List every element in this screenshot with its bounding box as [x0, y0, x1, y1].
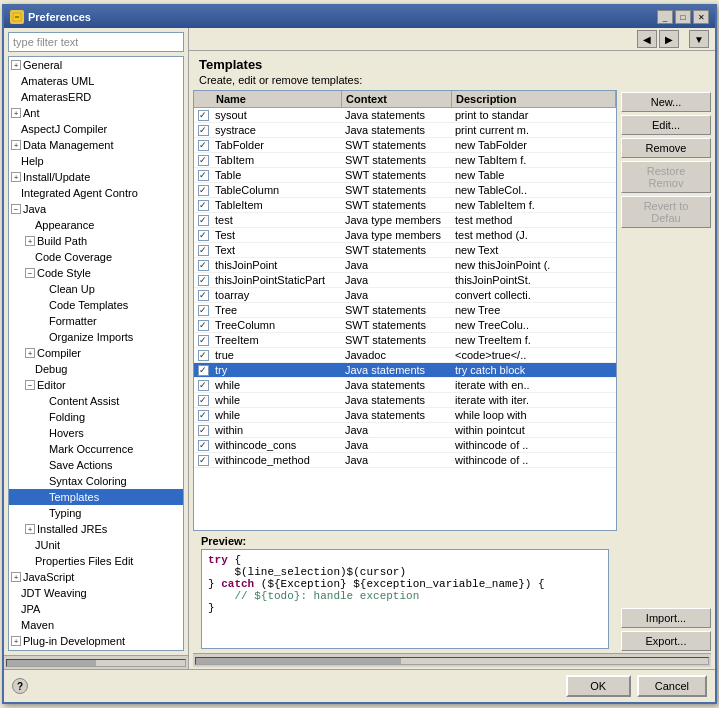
table-row[interactable]: ✓whileJava statementsiterate with en..	[194, 378, 616, 393]
tree-item-plugin-dev[interactable]: +Plug-in Development	[9, 633, 183, 649]
left-hscroll[interactable]	[4, 655, 188, 669]
table-row[interactable]: ✓TableItemSWT statementsnew TableItem f.	[194, 198, 616, 213]
remove-button[interactable]: Remove	[621, 138, 711, 158]
table-row[interactable]: ✓TreeSWT statementsnew Tree	[194, 303, 616, 318]
row-checkbox[interactable]: ✓	[194, 260, 212, 271]
tree-item-code-style[interactable]: −Code Style	[9, 265, 183, 281]
forward-button[interactable]: ▶	[659, 30, 679, 48]
tree-item-install-update[interactable]: +Install/Update	[9, 169, 183, 185]
expand-icon-install-update[interactable]: +	[11, 172, 21, 182]
tree-item-code-templates[interactable]: Code Templates	[9, 297, 183, 313]
tree-item-junit[interactable]: JUnit	[9, 537, 183, 553]
expand-icon-java[interactable]: −	[11, 204, 21, 214]
table-row[interactable]: ✓trueJavadoc<code>true</..	[194, 348, 616, 363]
tree-item-save-actions[interactable]: Save Actions	[9, 457, 183, 473]
row-checkbox[interactable]: ✓	[194, 245, 212, 256]
table-row[interactable]: ✓withinJavawithin pointcut	[194, 423, 616, 438]
table-scroll[interactable]: ✓sysoutJava statementsprint to standar✓s…	[194, 108, 616, 530]
row-checkbox[interactable]: ✓	[194, 305, 212, 316]
expand-icon-code-style[interactable]: −	[25, 268, 35, 278]
close-button[interactable]: ✕	[693, 10, 709, 24]
expand-icon-javascript[interactable]: +	[11, 572, 21, 582]
expand-icon-plugin-dev[interactable]: +	[11, 636, 21, 646]
expand-icon-ant[interactable]: +	[11, 108, 21, 118]
table-row[interactable]: ✓tryJava statementstry catch block	[194, 363, 616, 378]
tree-item-clean-up[interactable]: Clean Up	[9, 281, 183, 297]
cancel-button[interactable]: Cancel	[637, 675, 707, 697]
tree-item-build-path[interactable]: +Build Path	[9, 233, 183, 249]
tree-item-amateras-erd[interactable]: AmaterasERD	[9, 89, 183, 105]
tree-item-general[interactable]: +General	[9, 57, 183, 73]
row-checkbox[interactable]: ✓	[194, 320, 212, 331]
menu-button[interactable]: ▼	[689, 30, 709, 48]
tree-item-mark-occurrence[interactable]: Mark Occurrence	[9, 441, 183, 457]
expand-icon-data-mgmt[interactable]: +	[11, 140, 21, 150]
tree-item-maven[interactable]: Maven	[9, 617, 183, 633]
row-checkbox[interactable]: ✓	[194, 440, 212, 451]
ok-button[interactable]: OK	[566, 675, 631, 697]
row-checkbox[interactable]: ✓	[194, 335, 212, 346]
row-checkbox[interactable]: ✓	[194, 425, 212, 436]
row-checkbox[interactable]: ✓	[194, 230, 212, 241]
tree-item-jpa[interactable]: JPA	[9, 601, 183, 617]
table-row[interactable]: ✓TableColumnSWT statementsnew TableCol..	[194, 183, 616, 198]
tree-view[interactable]: +GeneralAmateras UMLAmaterasERD+AntAspec…	[8, 56, 184, 651]
row-checkbox[interactable]: ✓	[194, 410, 212, 421]
expand-icon-general[interactable]: +	[11, 60, 21, 70]
row-checkbox[interactable]: ✓	[194, 110, 212, 121]
table-row[interactable]: ✓withincode_consJavawithincode of ..	[194, 438, 616, 453]
tree-item-help[interactable]: Help	[9, 153, 183, 169]
table-row[interactable]: ✓testJava type memberstest method	[194, 213, 616, 228]
expand-icon-compiler[interactable]: +	[25, 348, 35, 358]
row-checkbox[interactable]: ✓	[194, 275, 212, 286]
row-checkbox[interactable]: ✓	[194, 125, 212, 136]
tree-item-templates[interactable]: Templates	[9, 489, 183, 505]
table-row[interactable]: ✓systraceJava statementsprint current m.	[194, 123, 616, 138]
table-row[interactable]: ✓TreeColumnSWT statementsnew TreeColu..	[194, 318, 616, 333]
table-row[interactable]: ✓thisJoinPointStaticPartJavathisJoinPoin…	[194, 273, 616, 288]
expand-icon-build-path[interactable]: +	[25, 236, 35, 246]
table-row[interactable]: ✓whileJava statementsiterate with iter.	[194, 393, 616, 408]
table-row[interactable]: ✓toarrayJavaconvert collecti.	[194, 288, 616, 303]
tree-item-folding[interactable]: Folding	[9, 409, 183, 425]
tree-item-formatter[interactable]: Formatter	[9, 313, 183, 329]
back-button[interactable]: ◀	[637, 30, 657, 48]
import-button[interactable]: Import...	[621, 608, 711, 628]
table-row[interactable]: ✓thisJoinPointJavanew thisJoinPoint (.	[194, 258, 616, 273]
tree-item-aspectj[interactable]: AspectJ Compiler	[9, 121, 183, 137]
table-row[interactable]: ✓TableSWT statementsnew Table	[194, 168, 616, 183]
export-button[interactable]: Export...	[621, 631, 711, 651]
tree-item-content-assist[interactable]: Content Assist	[9, 393, 183, 409]
table-row[interactable]: ✓TabFolderSWT statementsnew TabFolder	[194, 138, 616, 153]
expand-icon-installed-jres[interactable]: +	[25, 524, 35, 534]
filter-input[interactable]	[8, 32, 184, 52]
row-checkbox[interactable]: ✓	[194, 395, 212, 406]
tree-item-typing[interactable]: Typing	[9, 505, 183, 521]
restore-removed-button[interactable]: Restore Remov	[621, 161, 711, 193]
tree-item-debug[interactable]: Debug	[9, 361, 183, 377]
table-row[interactable]: ✓withincode_methodJavawithincode of ..	[194, 453, 616, 468]
new-button[interactable]: New...	[621, 92, 711, 112]
row-checkbox[interactable]: ✓	[194, 365, 212, 376]
row-checkbox[interactable]: ✓	[194, 290, 212, 301]
row-checkbox[interactable]: ✓	[194, 350, 212, 361]
row-checkbox[interactable]: ✓	[194, 215, 212, 226]
table-row[interactable]: ✓whileJava statementswhile loop with	[194, 408, 616, 423]
tree-item-syntax-coloring[interactable]: Syntax Coloring	[9, 473, 183, 489]
table-row[interactable]: ✓TestJava type memberstest method (J.	[194, 228, 616, 243]
tree-item-data-mgmt[interactable]: +Data Management	[9, 137, 183, 153]
tree-item-hovers[interactable]: Hovers	[9, 425, 183, 441]
row-checkbox[interactable]: ✓	[194, 380, 212, 391]
table-row[interactable]: ✓sysoutJava statementsprint to standar	[194, 108, 616, 123]
tree-item-code-coverage[interactable]: Code Coverage	[9, 249, 183, 265]
tree-item-integrated-agent[interactable]: Integrated Agent Contro	[9, 185, 183, 201]
row-checkbox[interactable]: ✓	[194, 185, 212, 196]
row-checkbox[interactable]: ✓	[194, 170, 212, 181]
table-row[interactable]: ✓TextSWT statementsnew Text	[194, 243, 616, 258]
help-button[interactable]: ?	[12, 678, 28, 694]
tree-item-appearance[interactable]: Appearance	[9, 217, 183, 233]
expand-icon-editor[interactable]: −	[25, 380, 35, 390]
minimize-button[interactable]: _	[657, 10, 673, 24]
tree-item-java[interactable]: −Java	[9, 201, 183, 217]
tree-item-javascript[interactable]: +JavaScript	[9, 569, 183, 585]
